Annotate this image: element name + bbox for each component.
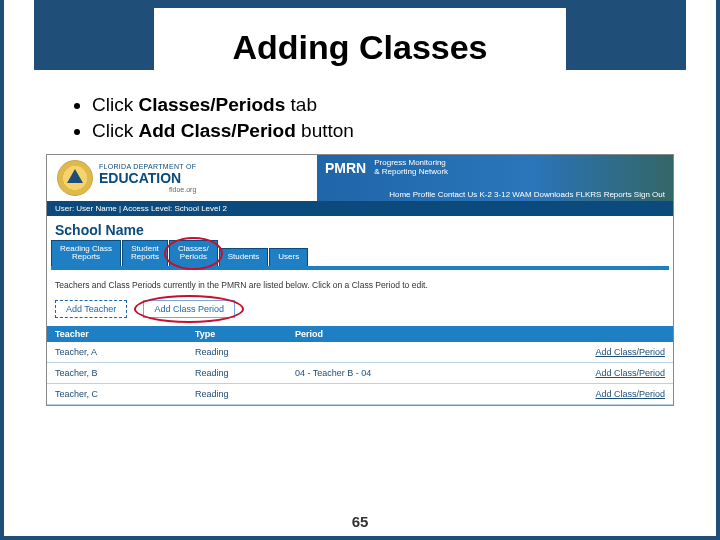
seal-icon	[57, 160, 93, 196]
tab-users[interactable]: Users	[269, 248, 308, 265]
bullet-item: Click Classes/Periods tab	[92, 94, 668, 116]
tab-reading-reports[interactable]: Reading Class Reports	[51, 240, 121, 266]
school-name: School Name	[47, 216, 673, 240]
app-screenshot: FLORIDA DEPARTMENT OF EDUCATION fldoe.or…	[46, 154, 674, 406]
tab-student-reports[interactable]: Student Reports	[122, 240, 168, 266]
pmrn-brand: PMRN	[325, 160, 366, 176]
tab-students[interactable]: Students	[219, 248, 269, 265]
add-class-link[interactable]: Add Class/Period	[545, 347, 665, 357]
add-class-link[interactable]: Add Class/Period	[545, 368, 665, 378]
add-teacher-button[interactable]: Add Teacher	[55, 300, 127, 318]
table-header: Teacher Type Period	[47, 326, 673, 342]
tab-classes-periods[interactable]: Classes/ Periods	[169, 240, 218, 266]
top-nav[interactable]: Home Profile Contact Us K-2 3-12 WAM Dow…	[317, 190, 673, 201]
tab-bar: Reading Class Reports Student Reports Cl…	[47, 240, 673, 266]
slide-title: Adding Classes	[154, 8, 566, 86]
instruction-text: Teachers and Class Periods currently in …	[47, 270, 673, 300]
user-strip: User: User Name | Access Level: School L…	[47, 201, 673, 216]
table-row[interactable]: Teacher, C Reading Add Class/Period	[47, 384, 673, 405]
add-class-link[interactable]: Add Class/Period	[545, 389, 665, 399]
bullet-item: Click Add Class/Period button	[92, 120, 668, 142]
add-class-period-button[interactable]: Add Class Period	[143, 300, 235, 318]
bullet-list: Click Classes/Periods tab Click Add Clas…	[52, 94, 668, 142]
table-row[interactable]: Teacher, B Reading 04 - Teacher B - 04 A…	[47, 363, 673, 384]
page-number: 65	[4, 513, 716, 530]
fdoe-logo: FLORIDA DEPARTMENT OF EDUCATION fldoe.or…	[47, 155, 317, 201]
table-row[interactable]: Teacher, A Reading Add Class/Period	[47, 342, 673, 363]
